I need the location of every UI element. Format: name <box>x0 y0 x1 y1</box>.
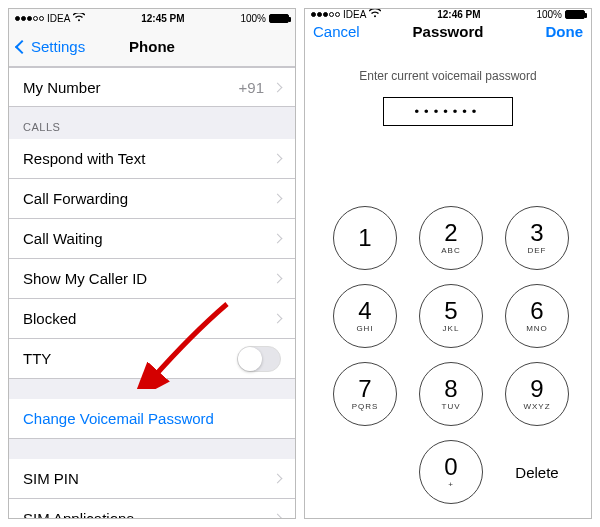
key-num: 2 <box>444 221 457 245</box>
battery-pct: 100% <box>240 13 266 24</box>
keypad-7[interactable]: 7PQRS <box>333 362 397 426</box>
password-prompt: Enter current voicemail password <box>305 69 591 83</box>
row-blocked[interactable]: Blocked <box>9 299 295 339</box>
wifi-icon <box>369 9 381 20</box>
password-entry-area: Enter current voicemail password ••••••• <box>305 43 591 126</box>
nav-bar: Settings Phone <box>9 27 295 67</box>
keypad-3[interactable]: 3DEF <box>505 206 569 270</box>
key-sub: DEF <box>528 246 547 255</box>
numeric-keypad: 1 2ABC 3DEF 4GHI 5JKL 6MNO 7PQRS 8TUV 9W… <box>305 186 591 518</box>
row-tty[interactable]: TTY <box>9 339 295 379</box>
row-label: Call Forwarding <box>23 190 274 207</box>
chevron-right-icon <box>273 154 283 164</box>
row-value: +91 <box>239 79 264 96</box>
status-bar: IDEA 12:45 PM 100% <box>9 9 295 27</box>
row-respond-with-text[interactable]: Respond with Text <box>9 139 295 179</box>
chevron-right-icon <box>273 274 283 284</box>
key-num: 6 <box>530 299 543 323</box>
row-label: Respond with Text <box>23 150 274 167</box>
battery-icon <box>269 14 289 23</box>
key-num: 4 <box>358 299 371 323</box>
battery-icon <box>565 10 585 19</box>
row-label: My Number <box>23 79 239 96</box>
row-my-number[interactable]: My Number +91 <box>9 67 295 107</box>
done-button[interactable]: Done <box>546 23 584 40</box>
back-label: Settings <box>31 38 85 55</box>
row-call-waiting[interactable]: Call Waiting <box>9 219 295 259</box>
row-label: TTY <box>23 350 237 367</box>
keypad-5[interactable]: 5JKL <box>419 284 483 348</box>
password-field[interactable]: ••••••• <box>383 97 513 126</box>
row-label: Change Voicemail Password <box>23 410 281 427</box>
section-header-calls: CALLS <box>9 107 295 139</box>
chevron-right-icon <box>273 82 283 92</box>
key-sub: GHI <box>356 324 373 333</box>
key-sub: + <box>448 480 454 489</box>
keypad-delete[interactable]: Delete <box>505 440 569 504</box>
keypad-8[interactable]: 8TUV <box>419 362 483 426</box>
key-num: 9 <box>530 377 543 401</box>
cancel-label: Cancel <box>313 23 360 40</box>
key-sub: PQRS <box>352 402 379 411</box>
back-button[interactable]: Settings <box>17 38 85 55</box>
key-num: 1 <box>358 226 371 250</box>
keypad-4[interactable]: 4GHI <box>333 284 397 348</box>
keypad-1[interactable]: 1 <box>333 206 397 270</box>
signal-dots-icon <box>311 12 340 17</box>
key-sub: MNO <box>526 324 548 333</box>
key-num: 5 <box>444 299 457 323</box>
row-label: SIM PIN <box>23 470 274 487</box>
carrier-label: IDEA <box>343 9 366 20</box>
signal-dots-icon <box>15 16 44 21</box>
settings-list: My Number +91 CALLS Respond with Text Ca… <box>9 67 295 518</box>
chevron-right-icon <box>273 314 283 324</box>
phone-settings-screen: IDEA 12:45 PM 100% Settings Phone My Num… <box>8 8 296 519</box>
keypad-9[interactable]: 9WXYZ <box>505 362 569 426</box>
key-sub: WXYZ <box>523 402 550 411</box>
row-label: Call Waiting <box>23 230 274 247</box>
key-sub: TUV <box>442 402 461 411</box>
delete-label: Delete <box>515 464 558 481</box>
wifi-icon <box>73 13 85 24</box>
keypad-0[interactable]: 0+ <box>419 440 483 504</box>
keypad-6[interactable]: 6MNO <box>505 284 569 348</box>
key-sub: JKL <box>443 324 460 333</box>
row-label: Blocked <box>23 310 274 327</box>
chevron-right-icon <box>273 474 283 484</box>
chevron-left-icon <box>15 39 29 53</box>
cancel-button[interactable]: Cancel <box>313 23 360 40</box>
phone-password-screen: IDEA 12:46 PM 100% Cancel Password Done … <box>304 8 592 519</box>
done-label: Done <box>546 23 584 40</box>
key-num: 8 <box>444 377 457 401</box>
status-time: 12:45 PM <box>141 13 184 24</box>
row-show-caller-id[interactable]: Show My Caller ID <box>9 259 295 299</box>
key-num: 3 <box>530 221 543 245</box>
keypad-2[interactable]: 2ABC <box>419 206 483 270</box>
battery-pct: 100% <box>536 9 562 20</box>
row-call-forwarding[interactable]: Call Forwarding <box>9 179 295 219</box>
carrier-label: IDEA <box>47 13 70 24</box>
row-label: Show My Caller ID <box>23 270 274 287</box>
row-change-voicemail-password[interactable]: Change Voicemail Password <box>9 399 295 439</box>
key-num: 0 <box>444 455 457 479</box>
row-sim-applications[interactable]: SIM Applications <box>9 499 295 518</box>
tty-toggle[interactable] <box>237 346 281 372</box>
chevron-right-icon <box>273 194 283 204</box>
toggle-knob-icon <box>238 347 262 371</box>
row-sim-pin[interactable]: SIM PIN <box>9 459 295 499</box>
status-bar: IDEA 12:46 PM 100% <box>305 9 591 20</box>
key-sub: ABC <box>441 246 460 255</box>
status-time: 12:46 PM <box>437 9 480 20</box>
key-num: 7 <box>358 377 371 401</box>
keypad-blank <box>333 440 397 504</box>
nav-bar: Cancel Password Done <box>305 20 591 43</box>
chevron-right-icon <box>273 234 283 244</box>
row-label: SIM Applications <box>23 510 274 518</box>
chevron-right-icon <box>273 514 283 518</box>
